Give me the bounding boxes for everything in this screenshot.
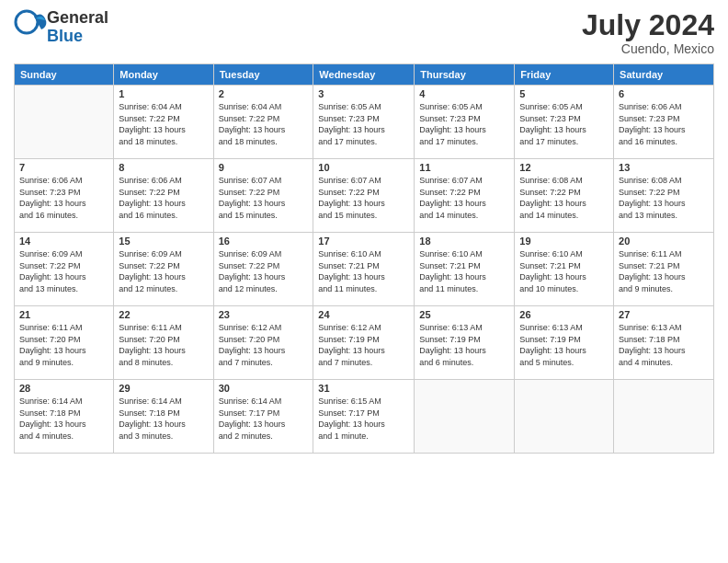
calendar-cell: 27Sunrise: 6:13 AMSunset: 7:18 PMDayligh… <box>614 306 714 380</box>
calendar-cell: 14Sunrise: 6:09 AMSunset: 7:22 PMDayligh… <box>15 233 114 306</box>
day-number: 26 <box>519 309 609 320</box>
day-number: 2 <box>219 88 309 99</box>
calendar-cell: 17Sunrise: 6:10 AMSunset: 7:21 PMDayligh… <box>313 233 415 306</box>
day-info: Sunrise: 6:07 AMSunset: 7:22 PMDaylight:… <box>318 175 409 221</box>
day-number: 30 <box>219 383 309 394</box>
logo-general: General <box>47 8 108 27</box>
day-info: Sunrise: 6:05 AMSunset: 7:23 PMDaylight:… <box>519 101 609 147</box>
day-info: Sunrise: 6:09 AMSunset: 7:22 PMDaylight:… <box>119 248 208 294</box>
calendar-cell <box>515 380 614 454</box>
day-number: 22 <box>119 309 208 320</box>
day-number: 15 <box>119 236 208 247</box>
calendar-cell: 16Sunrise: 6:09 AMSunset: 7:22 PMDayligh… <box>213 233 313 306</box>
day-number: 16 <box>219 236 309 247</box>
weekday-header-friday: Friday <box>515 64 614 86</box>
svg-point-0 <box>16 11 38 33</box>
day-info: Sunrise: 6:14 AMSunset: 7:17 PMDaylight:… <box>219 396 309 442</box>
day-number: 5 <box>519 88 609 99</box>
day-number: 23 <box>219 309 309 320</box>
calendar-cell: 6Sunrise: 6:06 AMSunset: 7:23 PMDaylight… <box>614 86 714 159</box>
location-title: Cuendo, Mexico <box>582 41 714 56</box>
calendar-cell: 29Sunrise: 6:14 AMSunset: 7:18 PMDayligh… <box>114 380 213 454</box>
day-info: Sunrise: 6:09 AMSunset: 7:22 PMDaylight:… <box>19 248 108 294</box>
day-number: 28 <box>19 383 108 394</box>
header: General Blue July 2024 Cuendo, Mexico <box>14 9 714 56</box>
calendar-cell: 20Sunrise: 6:11 AMSunset: 7:21 PMDayligh… <box>614 233 714 306</box>
day-info: Sunrise: 6:11 AMSunset: 7:20 PMDaylight:… <box>19 322 108 368</box>
logo-blue: Blue <box>47 27 83 45</box>
title-block: July 2024 Cuendo, Mexico <box>582 9 714 56</box>
calendar-cell: 5Sunrise: 6:05 AMSunset: 7:23 PMDaylight… <box>515 86 614 159</box>
calendar-cell: 31Sunrise: 6:15 AMSunset: 7:17 PMDayligh… <box>313 380 415 454</box>
day-number: 9 <box>219 162 309 173</box>
day-number: 8 <box>119 162 208 173</box>
day-info: Sunrise: 6:06 AMSunset: 7:23 PMDaylight:… <box>619 101 709 147</box>
day-number: 21 <box>19 309 108 320</box>
day-info: Sunrise: 6:10 AMSunset: 7:21 PMDaylight:… <box>318 248 409 294</box>
day-info: Sunrise: 6:10 AMSunset: 7:21 PMDaylight:… <box>419 248 509 294</box>
weekday-header-saturday: Saturday <box>614 64 714 86</box>
calendar-cell: 25Sunrise: 6:13 AMSunset: 7:19 PMDayligh… <box>415 306 515 380</box>
day-info: Sunrise: 6:14 AMSunset: 7:18 PMDaylight:… <box>19 396 108 442</box>
calendar-cell: 2Sunrise: 6:04 AMSunset: 7:22 PMDaylight… <box>213 86 313 159</box>
page-container: General Blue July 2024 Cuendo, Mexico Su… <box>0 0 728 563</box>
day-info: Sunrise: 6:13 AMSunset: 7:19 PMDaylight:… <box>519 322 609 368</box>
day-info: Sunrise: 6:09 AMSunset: 7:22 PMDaylight:… <box>219 248 309 294</box>
day-number: 27 <box>619 309 709 320</box>
logo-icon <box>14 9 47 42</box>
calendar-week-row: 7Sunrise: 6:06 AMSunset: 7:23 PMDaylight… <box>15 159 714 233</box>
day-number: 1 <box>119 88 208 99</box>
day-number: 14 <box>19 236 108 247</box>
day-info: Sunrise: 6:07 AMSunset: 7:22 PMDaylight:… <box>419 175 509 221</box>
day-info: Sunrise: 6:14 AMSunset: 7:18 PMDaylight:… <box>119 396 208 442</box>
day-info: Sunrise: 6:05 AMSunset: 7:23 PMDaylight:… <box>318 101 409 147</box>
calendar-cell: 15Sunrise: 6:09 AMSunset: 7:22 PMDayligh… <box>114 233 213 306</box>
day-info: Sunrise: 6:07 AMSunset: 7:22 PMDaylight:… <box>219 175 309 221</box>
day-number: 18 <box>419 236 509 247</box>
day-info: Sunrise: 6:06 AMSunset: 7:23 PMDaylight:… <box>19 175 108 221</box>
day-info: Sunrise: 6:11 AMSunset: 7:21 PMDaylight:… <box>619 248 709 294</box>
day-info: Sunrise: 6:10 AMSunset: 7:21 PMDaylight:… <box>519 248 609 294</box>
calendar-cell: 7Sunrise: 6:06 AMSunset: 7:23 PMDaylight… <box>15 159 114 233</box>
calendar-cell: 28Sunrise: 6:14 AMSunset: 7:18 PMDayligh… <box>15 380 114 454</box>
calendar-cell: 8Sunrise: 6:06 AMSunset: 7:22 PMDaylight… <box>114 159 213 233</box>
day-info: Sunrise: 6:06 AMSunset: 7:22 PMDaylight:… <box>119 175 208 221</box>
calendar-cell <box>415 380 515 454</box>
calendar-cell: 13Sunrise: 6:08 AMSunset: 7:22 PMDayligh… <box>614 159 714 233</box>
day-number: 7 <box>19 162 108 173</box>
day-info: Sunrise: 6:13 AMSunset: 7:19 PMDaylight:… <box>419 322 509 368</box>
calendar-cell: 10Sunrise: 6:07 AMSunset: 7:22 PMDayligh… <box>313 159 415 233</box>
weekday-header-wednesday: Wednesday <box>313 64 415 86</box>
day-number: 3 <box>318 88 409 99</box>
calendar-cell: 26Sunrise: 6:13 AMSunset: 7:19 PMDayligh… <box>515 306 614 380</box>
day-info: Sunrise: 6:15 AMSunset: 7:17 PMDaylight:… <box>318 396 409 442</box>
calendar-cell: 18Sunrise: 6:10 AMSunset: 7:21 PMDayligh… <box>415 233 515 306</box>
weekday-header-monday: Monday <box>114 64 213 86</box>
day-info: Sunrise: 6:04 AMSunset: 7:22 PMDaylight:… <box>219 101 309 147</box>
logo: General Blue <box>14 9 108 46</box>
calendar-cell: 21Sunrise: 6:11 AMSunset: 7:20 PMDayligh… <box>15 306 114 380</box>
day-info: Sunrise: 6:11 AMSunset: 7:20 PMDaylight:… <box>119 322 208 368</box>
day-number: 29 <box>119 383 208 394</box>
weekday-header-sunday: Sunday <box>15 64 114 86</box>
day-number: 13 <box>619 162 709 173</box>
day-number: 4 <box>419 88 509 99</box>
logo-text: General Blue <box>47 9 108 46</box>
day-info: Sunrise: 6:13 AMSunset: 7:18 PMDaylight:… <box>619 322 709 368</box>
calendar-week-row: 21Sunrise: 6:11 AMSunset: 7:20 PMDayligh… <box>15 306 714 380</box>
month-title: July 2024 <box>582 9 714 41</box>
day-info: Sunrise: 6:12 AMSunset: 7:20 PMDaylight:… <box>219 322 309 368</box>
calendar-cell: 12Sunrise: 6:08 AMSunset: 7:22 PMDayligh… <box>515 159 614 233</box>
calendar-cell: 9Sunrise: 6:07 AMSunset: 7:22 PMDaylight… <box>213 159 313 233</box>
day-number: 11 <box>419 162 509 173</box>
day-number: 10 <box>318 162 409 173</box>
day-number: 17 <box>318 236 409 247</box>
weekday-header-row: SundayMondayTuesdayWednesdayThursdayFrid… <box>15 64 714 86</box>
calendar-week-row: 28Sunrise: 6:14 AMSunset: 7:18 PMDayligh… <box>15 380 714 454</box>
calendar-cell: 11Sunrise: 6:07 AMSunset: 7:22 PMDayligh… <box>415 159 515 233</box>
day-info: Sunrise: 6:05 AMSunset: 7:23 PMDaylight:… <box>419 101 509 147</box>
calendar-week-row: 14Sunrise: 6:09 AMSunset: 7:22 PMDayligh… <box>15 233 714 306</box>
calendar-cell: 19Sunrise: 6:10 AMSunset: 7:21 PMDayligh… <box>515 233 614 306</box>
day-number: 25 <box>419 309 509 320</box>
calendar-cell: 4Sunrise: 6:05 AMSunset: 7:23 PMDaylight… <box>415 86 515 159</box>
